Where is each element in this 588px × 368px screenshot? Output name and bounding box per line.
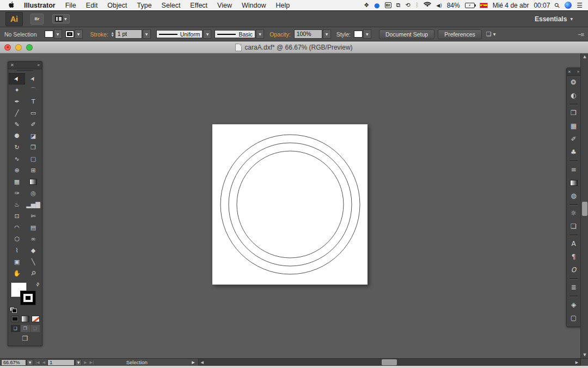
artboards-panel-icon[interactable]: ▢ <box>567 311 580 324</box>
hand-tool[interactable]: ✋ <box>9 268 25 279</box>
none-button[interactable] <box>32 316 40 322</box>
bluetooth-icon[interactable]: ᛒ <box>415 2 419 9</box>
reshape-tool[interactable]: ◆ <box>25 245 41 256</box>
align-panel-icon[interactable]: ≣ <box>567 281 580 294</box>
fill-color-chip[interactable] <box>45 31 53 38</box>
menu-edit[interactable]: Edit <box>86 2 98 9</box>
horizontal-scrollbar-thumb[interactable] <box>382 359 397 365</box>
zoom-level-dropdown[interactable]: ▼ <box>27 359 33 366</box>
tools-panel-collapse-icon[interactable]: « <box>38 63 40 68</box>
symbol-sprayer-tool[interactable]: ♨ <box>9 199 25 210</box>
control-panel-flyout-icon[interactable]: −≡ <box>578 31 584 38</box>
knife-tool[interactable]: ╲ <box>25 256 41 268</box>
mesh-tool[interactable]: ▦ <box>9 176 25 188</box>
menu-view[interactable]: View <box>217 2 232 9</box>
artboard-tool[interactable]: ⊡ <box>9 210 25 222</box>
menu-illustrator[interactable]: Illustrator <box>24 2 56 9</box>
notification-center-icon[interactable]: ☰ <box>577 2 583 9</box>
menu-select[interactable]: Select <box>162 2 181 9</box>
artboard-nav-next[interactable]: ▶▶| <box>84 360 94 365</box>
preferences-button[interactable]: Preferences <box>438 29 482 39</box>
gradient-panel-icon[interactable] <box>567 176 580 189</box>
status-display[interactable]: Selection <box>96 359 177 365</box>
menu-bar-time[interactable]: 00:07 <box>534 2 550 9</box>
magic-wand-tool[interactable]: ✦ <box>9 85 25 96</box>
brush-dropdown[interactable]: ▼ <box>256 29 264 39</box>
draw-behind-mode-button[interactable]: ❐ <box>21 325 30 332</box>
swatches-panel-icon[interactable]: ▦ <box>567 119 580 132</box>
canvas-area[interactable]: ✕ « ➤➤✦⌒✒T╱▭✎✐⚈◪↻❐∿▢⊕⊞▦✑◎♨▂▅▇⊡✄◠▤⬡∞⌇◆▣╲✋… <box>0 53 588 358</box>
zoom-level-field[interactable]: 66.67% <box>1 359 26 366</box>
dock-expand-icon[interactable]: » <box>577 70 579 74</box>
line-segment-tool[interactable]: ╱ <box>9 107 25 119</box>
eraser-tool[interactable]: ◪ <box>25 130 41 142</box>
dropbox-icon[interactable]: ❖ <box>364 2 369 9</box>
style-chip[interactable] <box>354 31 363 38</box>
type-tool[interactable]: T <box>25 96 41 107</box>
tools-panel-grip[interactable] <box>8 69 42 73</box>
menu-window[interactable]: Window <box>242 2 266 9</box>
dock-close-icon[interactable]: ✕ <box>568 70 571 74</box>
column-graph-tool[interactable]: ▂▅▇ <box>25 199 41 210</box>
stroke-swatch[interactable] <box>21 291 35 305</box>
color-panel-icon[interactable]: ❂ <box>567 76 580 89</box>
zoom-window-button[interactable] <box>26 44 33 51</box>
variable-width-profile-select[interactable]: Uniform <box>156 30 203 38</box>
dock-header[interactable]: ✕ » <box>567 68 580 76</box>
artboard-nav-prev[interactable]: |◀◀ <box>35 360 45 365</box>
apple-menu-icon[interactable] <box>9 2 15 9</box>
color-guide-panel-icon[interactable]: ◐ <box>567 89 580 102</box>
lasso-tool[interactable]: ⌒ <box>25 85 41 96</box>
eyedropper-tool[interactable]: ✑ <box>9 188 25 199</box>
close-window-button[interactable] <box>4 44 11 51</box>
tools-panel-header[interactable]: ✕ « <box>8 62 42 69</box>
rotate-tool[interactable]: ↻ <box>9 142 25 153</box>
perspective-grid-tool[interactable]: ⊞ <box>25 165 41 176</box>
curvature-tool[interactable]: ⌇ <box>9 245 25 256</box>
displays-icon[interactable]: ⧉ <box>396 2 401 9</box>
status-display-flyout-icon[interactable]: ▶ <box>192 360 194 365</box>
arc-tool[interactable]: ◠ <box>9 222 25 233</box>
menu-effect[interactable]: Effect <box>190 2 207 9</box>
arrange-documents-button[interactable]: ▼ <box>52 14 70 23</box>
profile-dropdown[interactable]: ▼ <box>203 29 211 39</box>
gradient-button[interactable] <box>21 316 29 322</box>
stroke-color-dropdown[interactable]: ▼ <box>75 29 83 39</box>
pencil-tool[interactable]: ✐ <box>25 119 41 130</box>
brush-definition-select[interactable]: Basic <box>215 30 255 38</box>
document-setup-button[interactable]: Document Setup <box>379 29 434 39</box>
pathfinder-panel-icon[interactable]: ❐ <box>567 106 580 119</box>
horizontal-scrollbar[interactable]: ◀ ▶ <box>198 359 580 366</box>
polygon-tool[interactable]: ⬡ <box>9 233 25 245</box>
scroll-up-arrow[interactable]: ▲ <box>581 53 588 60</box>
workspace-switcher[interactable]: Essentials ▼ <box>535 15 583 23</box>
menu-bar-date[interactable]: Mié 4 de abr <box>493 2 529 9</box>
transparency-panel-icon[interactable]: ◍ <box>567 189 580 202</box>
battery-icon[interactable]: ⚡ <box>465 3 475 8</box>
stroke-weight-stepper[interactable]: ▲▼ <box>112 32 114 37</box>
zoom-tool[interactable]: ⚲ <box>25 268 41 279</box>
menu-type[interactable]: Type <box>137 2 152 9</box>
selection-tool[interactable]: ➤ <box>9 73 25 85</box>
slice-tool[interactable]: ✄ <box>25 210 41 222</box>
bi-app-icon[interactable]: BI <box>385 2 391 8</box>
opacity-field[interactable]: 100% <box>294 29 322 39</box>
draw-normal-mode-button[interactable]: ❏ <box>11 325 20 332</box>
rectangle-tool[interactable]: ▭ <box>25 107 41 119</box>
layers-panel-icon[interactable]: ◈ <box>567 298 580 311</box>
default-fill-stroke-icon[interactable] <box>10 307 17 313</box>
scale-tool[interactable]: ❐ <box>25 142 41 153</box>
swap-fill-stroke-icon[interactable]: ⇄ <box>35 281 41 287</box>
menu-help[interactable]: Help <box>275 2 290 9</box>
brushes-panel-icon[interactable]: ✐ <box>567 132 580 146</box>
stroke-weight-field[interactable]: 1 pt <box>115 29 142 39</box>
free-transform-tool[interactable]: ▢ <box>25 153 41 165</box>
time-machine-icon[interactable]: ⟲ <box>405 2 410 9</box>
blend-tool[interactable]: ◎ <box>25 188 41 199</box>
select-similar-objects-button[interactable]: ❏ ▼ <box>486 31 496 37</box>
ellipse-tool[interactable]: ∞ <box>25 233 41 245</box>
paintbrush-tool[interactable]: ✎ <box>9 119 25 130</box>
spotlight-search-icon[interactable]: ⚲ <box>555 2 560 9</box>
minimize-window-button[interactable] <box>15 44 22 51</box>
opacity-dropdown[interactable]: ▼ <box>323 29 331 39</box>
